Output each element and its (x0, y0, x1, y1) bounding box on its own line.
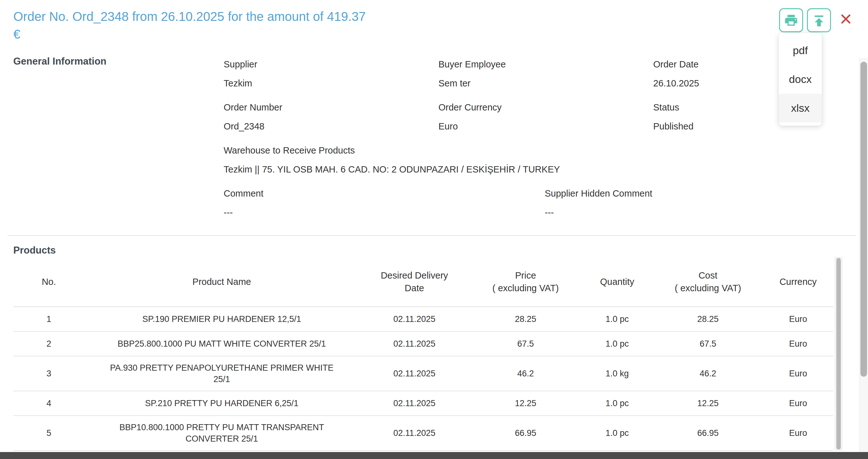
header-line: Desired Delivery (381, 269, 448, 282)
cell-quantity: 1.0 kg (581, 362, 653, 385)
general-information-heading: General Information (13, 56, 224, 67)
cell-no: 1 (13, 308, 85, 331)
table-row: 1 SP.190 PREMIER PU HARDENER 12,5/1 02.1… (13, 307, 833, 332)
table-header-row: No. Product Name Desired Delivery Date P… (13, 257, 833, 307)
field-label: Order Date (653, 59, 868, 70)
field-supplier-hidden-comment: Supplier Hidden Comment --- (545, 188, 868, 218)
page-scrollbar[interactable] (859, 58, 868, 452)
cell-price: 28.25 (470, 308, 581, 331)
header-line: Date (405, 282, 424, 294)
column-header-product-name: Product Name (85, 276, 359, 288)
cell-cost: 66.95 (653, 422, 763, 444)
menu-item-xlsx[interactable]: xlsx (779, 94, 822, 122)
field-warehouse: Warehouse to Receive Products Tezkim || … (224, 145, 868, 175)
page-title: Order No. Ord_2348 from 26.10.2025 for t… (13, 8, 456, 43)
warehouse-address: Tezkim || 75. YIL OSB MAH. 6 CAD. NO: 2 … (224, 164, 868, 175)
header-line: ( excluding VAT) (675, 282, 741, 294)
field-order-number: Order Number Ord_2348 (224, 102, 438, 132)
header-line: Quantity (600, 276, 634, 288)
page-scrollbar-thumb[interactable] (860, 62, 867, 377)
field-label: Order Number (224, 102, 438, 113)
cell-cost: 28.25 (653, 308, 763, 331)
cell-price: 12.25 (470, 392, 581, 415)
table-scrollbar[interactable] (834, 257, 843, 451)
field-status: Status Published (653, 102, 868, 132)
field-label: Buyer Employee (438, 59, 653, 70)
header-line: Price (515, 269, 536, 282)
column-header-cost: Cost ( excluding VAT) (653, 269, 763, 294)
field-label: Supplier (224, 59, 438, 70)
column-header-quantity: Quantity (581, 276, 653, 288)
cell-no: 3 (13, 362, 85, 385)
cell-product-name: SP.190 PREMIER PU HARDENER 12,5/1 (85, 308, 359, 331)
cell-quantity: 1.0 pc (581, 422, 653, 444)
page-title-line1: Order No. Ord_2348 from 26.10.2025 for t… (13, 8, 456, 25)
cell-currency: Euro (763, 333, 833, 355)
field-value: Ord_2348 (224, 121, 438, 132)
cell-cost: 12.25 (653, 392, 763, 415)
comment-value: --- (224, 207, 545, 218)
section-divider (8, 235, 856, 236)
export-button[interactable] (807, 8, 831, 32)
cell-delivery-date: 02.11.2025 (359, 362, 470, 385)
close-icon[interactable] (840, 13, 851, 25)
header-line: Product Name (192, 276, 251, 288)
column-header-desired-delivery-date: Desired Delivery Date (359, 269, 470, 294)
cell-product-name: BBP10.800.1000 PRETTY PU MATT TRANSPAREN… (85, 416, 359, 450)
products-heading: Products (13, 245, 868, 256)
table-row: 2 BBP25.800.1000 PU MATT WHITE CONVERTER… (13, 332, 833, 356)
field-label: Order Currency (438, 102, 653, 113)
cell-currency: Euro (763, 362, 833, 385)
table-row: 5 BBP10.800.1000 PRETTY PU MATT TRANSPAR… (13, 416, 833, 451)
table-row: 3 PA.930 PRETTY PENAPOLYURETHANE PRIMER … (13, 356, 833, 391)
table-scrollbar-thumb[interactable] (836, 258, 841, 450)
cell-no: 5 (13, 422, 85, 444)
column-header-no: No. (13, 276, 85, 288)
printer-icon (784, 13, 798, 28)
header-line: Cost (699, 269, 717, 282)
general-information-section: General Information Supplier Tezkim Buye… (13, 56, 868, 231)
field-label: Warehouse to Receive Products (224, 145, 868, 156)
cell-price: 67.5 (470, 333, 581, 355)
table-row: 4 SP.210 PRETTY PU HARDENER 6,25/1 02.11… (13, 391, 833, 416)
column-header-price: Price ( excluding VAT) (470, 269, 581, 294)
cell-delivery-date: 02.11.2025 (359, 422, 470, 444)
cell-delivery-date: 02.11.2025 (359, 392, 470, 415)
field-supplier: Supplier Tezkim (224, 59, 438, 89)
cell-product-name: BBP25.800.1000 PU MATT WHITE CONVERTER 2… (85, 333, 359, 355)
menu-item-docx[interactable]: docx (779, 65, 822, 94)
field-comment: Comment --- (224, 188, 545, 218)
field-label: Supplier Hidden Comment (545, 188, 868, 199)
cell-delivery-date: 02.11.2025 (359, 308, 470, 331)
cell-currency: Euro (763, 422, 833, 444)
status-value: Published (653, 121, 868, 132)
header-line: Currency (779, 276, 817, 288)
cell-cost: 46.2 (653, 362, 763, 385)
cell-no: 4 (13, 392, 85, 415)
cell-quantity: 1.0 pc (581, 308, 653, 331)
cell-currency: Euro (763, 392, 833, 415)
field-buyer-employee: Buyer Employee Sem ter (438, 59, 653, 89)
field-label: Comment (224, 188, 545, 199)
menu-item-pdf[interactable]: pdf (779, 36, 822, 65)
cell-delivery-date: 02.11.2025 (359, 333, 470, 355)
field-value: Euro (438, 121, 653, 132)
hidden-comment-value: --- (545, 207, 868, 218)
field-value: 26.10.2025 (653, 78, 868, 89)
page-title-line2: € (13, 25, 456, 43)
order-details-modal: Order No. Ord_2348 from 26.10.2025 for t… (0, 0, 868, 459)
field-label: Status (653, 102, 868, 113)
print-button[interactable] (779, 8, 803, 32)
header-line: No. (42, 276, 56, 288)
cell-currency: Euro (763, 308, 833, 331)
modal-header: Order No. Ord_2348 from 26.10.2025 for t… (13, 0, 868, 43)
cell-price: 46.2 (470, 362, 581, 385)
field-order-date: Order Date 26.10.2025 (653, 59, 868, 89)
cell-product-name: SP.210 PRETTY PU HARDENER 6,25/1 (85, 392, 359, 415)
cell-no: 2 (13, 333, 85, 355)
cell-product-name: PA.930 PRETTY PENAPOLYURETHANE PRIMER WH… (85, 356, 359, 391)
cell-quantity: 1.0 pc (581, 392, 653, 415)
cell-price: 66.95 (470, 422, 581, 444)
field-order-currency: Order Currency Euro (438, 102, 653, 132)
export-format-menu: pdf docx xlsx (779, 33, 822, 126)
